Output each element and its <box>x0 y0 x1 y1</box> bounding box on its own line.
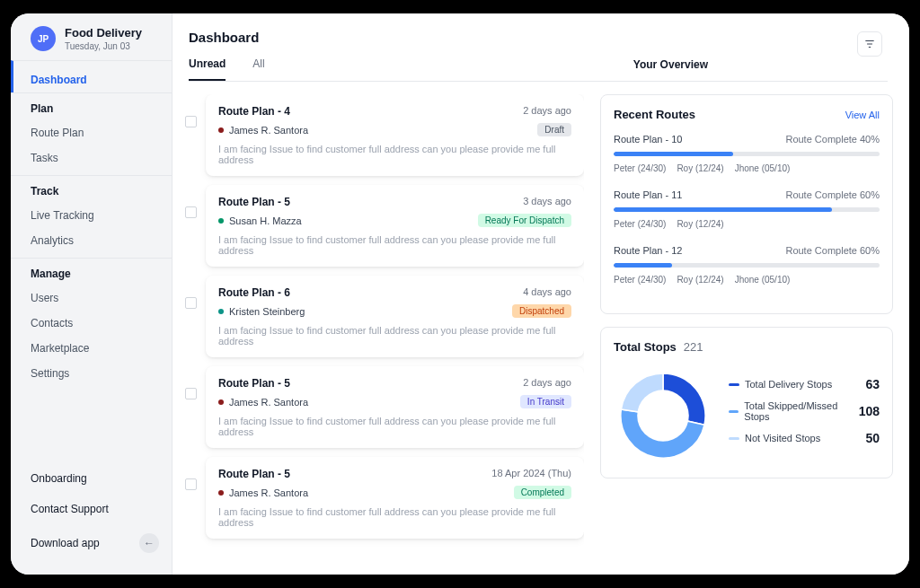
route-assignees: Peter (24/30)Roy (12/24) <box>614 219 880 229</box>
nav-route-plan[interactable]: Route Plan <box>11 120 172 145</box>
nav-download-app[interactable]: Download app ← <box>31 524 159 562</box>
card-title: Route Plan - 5 <box>218 196 290 208</box>
card-title: Route Plan - 4 <box>218 105 290 118</box>
card-message: I am facing Issue to find customer full … <box>218 506 571 528</box>
brand-header[interactable]: JP Food Delivery Tuesday, Jun 03 <box>11 13 172 60</box>
card-date: 3 days ago <box>523 196 571 206</box>
legend-label: Not Visited Stops <box>745 433 820 443</box>
route-assignees: Peter (24/30)Roy (12/24)Jhone (05/10) <box>614 275 880 285</box>
brand-subtitle: Tuesday, Jun 03 <box>65 41 142 51</box>
brand-title: Food Delivery <box>65 26 142 39</box>
route-card[interactable]: Route Plan - 4 2 days ago James R. Santo… <box>206 94 584 176</box>
card-checkbox[interactable] <box>185 388 197 399</box>
card-checkbox[interactable] <box>185 206 197 218</box>
nav-live-tracking[interactable]: Live Tracking <box>11 203 172 228</box>
legend-color-icon <box>729 437 739 440</box>
stops-legend: Total Delivery Stops63Total Skipped/Miss… <box>729 377 880 454</box>
legend-value: 63 <box>865 377 880 391</box>
card-checkbox[interactable] <box>185 478 197 490</box>
author-dot-icon <box>218 218 224 224</box>
nav-tasks[interactable]: Tasks <box>11 145 172 175</box>
card-title: Route Plan - 5 <box>218 377 290 390</box>
status-badge: Dispatched <box>512 304 571 318</box>
legend-row: Total Skipped/Missed Stops108 <box>729 400 880 422</box>
nav: Dashboard Plan Route Plan Tasks Track Li… <box>11 60 172 454</box>
app-window: JP Food Delivery Tuesday, Jun 03 Dashboa… <box>11 13 909 575</box>
author-dot-icon <box>218 127 224 133</box>
progress-bar <box>614 152 880 156</box>
nav-settings[interactable]: Settings <box>11 361 172 386</box>
legend-label: Total Skipped/Missed Stops <box>744 400 858 422</box>
nav-users[interactable]: Users <box>11 285 172 311</box>
total-stops-title: Total Stops <box>614 340 677 354</box>
nav-download-label: Download app <box>31 537 100 549</box>
nav-dashboard[interactable]: Dashboard <box>11 60 172 92</box>
legend-label: Total Delivery Stops <box>745 379 832 390</box>
card-message: I am facing Issue to find customer full … <box>218 234 571 256</box>
card-title: Route Plan - 6 <box>218 286 290 299</box>
page-title: Dashboard <box>189 30 888 45</box>
right-panels: Recent Routes View All Route Plan - 10Ro… <box>600 94 893 558</box>
tab-unread[interactable]: Unread <box>189 57 226 81</box>
nav-bottom: Onboarding Contact Support Download app … <box>11 454 172 575</box>
card-row: Route Plan - 6 4 days ago Kristen Steinb… <box>180 276 584 357</box>
recent-routes-title: Recent Routes <box>614 108 695 121</box>
card-author: Susan H. Mazza <box>218 215 302 226</box>
card-row: Route Plan - 5 3 days ago Susan H. Mazza… <box>180 185 584 267</box>
legend-row: Total Delivery Stops63 <box>729 377 880 391</box>
legend-value: 50 <box>865 431 880 445</box>
total-stops-count: 221 <box>684 340 703 354</box>
route-complete-label: Route Complete 60% <box>785 245 880 256</box>
status-badge: In Transit <box>520 395 571 408</box>
card-author: Kristen Steinberg <box>218 306 305 317</box>
total-stops-panel: Total Stops 221 Total Delivery Stops63To… <box>600 327 893 478</box>
nav-head-plan: Plan <box>11 92 172 120</box>
nav-onboarding[interactable]: Onboarding <box>31 463 159 494</box>
card-date: 18 Apr 2024 (Thu) <box>491 468 571 478</box>
nav-contacts[interactable]: Contacts <box>11 311 172 336</box>
route-card[interactable]: Route Plan - 5 2 days ago James R. Santo… <box>206 366 584 448</box>
route-card[interactable]: Route Plan - 5 18 Apr 2024 (Thu) James R… <box>206 457 584 539</box>
nav-analytics[interactable]: Analytics <box>11 228 172 258</box>
route-card[interactable]: Route Plan - 5 3 days ago Susan H. Mazza… <box>206 185 584 267</box>
route-progress-block[interactable]: Route Plan - 11Route Complete 60% Peter … <box>614 189 880 229</box>
card-checkbox[interactable] <box>185 297 197 309</box>
author-dot-icon <box>218 309 224 314</box>
overview-label: Your Overview <box>633 58 708 80</box>
route-name: Route Plan - 11 <box>614 189 682 200</box>
avatar: JP <box>31 26 56 51</box>
card-author: James R. Santora <box>218 397 308 408</box>
progress-bar <box>614 207 880 212</box>
status-badge: Completed <box>514 486 571 499</box>
filter-button[interactable] <box>857 31 882 57</box>
card-row: Route Plan - 5 2 days ago James R. Santo… <box>180 366 584 448</box>
card-row: Route Plan - 5 18 Apr 2024 (Thu) James R… <box>180 457 584 539</box>
route-card[interactable]: Route Plan - 6 4 days ago Kristen Steinb… <box>206 276 584 357</box>
arrow-left-icon: ← <box>139 533 159 553</box>
card-author: James R. Santora <box>218 125 308 136</box>
nav-contact-support[interactable]: Contact Support <box>31 494 159 524</box>
nav-marketplace[interactable]: Marketplace <box>11 336 172 361</box>
card-checkbox[interactable] <box>185 116 197 127</box>
route-progress-block[interactable]: Route Plan - 10Route Complete 40% Peter … <box>614 134 880 173</box>
nav-head-track: Track <box>11 175 172 203</box>
card-date: 2 days ago <box>523 105 571 116</box>
legend-color-icon <box>729 410 739 413</box>
route-name: Route Plan - 10 <box>614 134 682 145</box>
topbar: Dashboard Unread All Your Overview <box>172 13 909 82</box>
card-row: Route Plan - 4 2 days ago James R. Santo… <box>180 94 584 176</box>
route-name: Route Plan - 12 <box>614 245 682 256</box>
tab-all[interactable]: All <box>252 57 264 81</box>
route-progress-block[interactable]: Route Plan - 12Route Complete 60% Peter … <box>614 245 880 285</box>
view-all-link[interactable]: View All <box>845 110 880 120</box>
progress-bar <box>614 263 880 268</box>
card-date: 2 days ago <box>523 377 571 388</box>
card-message: I am facing Issue to find customer full … <box>218 325 571 347</box>
route-card-list: Route Plan - 4 2 days ago James R. Santo… <box>180 94 584 558</box>
nav-head-manage: Manage <box>11 258 172 285</box>
legend-row: Not Visited Stops50 <box>729 431 880 445</box>
donut-chart <box>614 366 712 465</box>
route-complete-label: Route Complete 40% <box>785 134 880 145</box>
legend-value: 108 <box>859 404 880 418</box>
card-title: Route Plan - 5 <box>218 468 290 480</box>
